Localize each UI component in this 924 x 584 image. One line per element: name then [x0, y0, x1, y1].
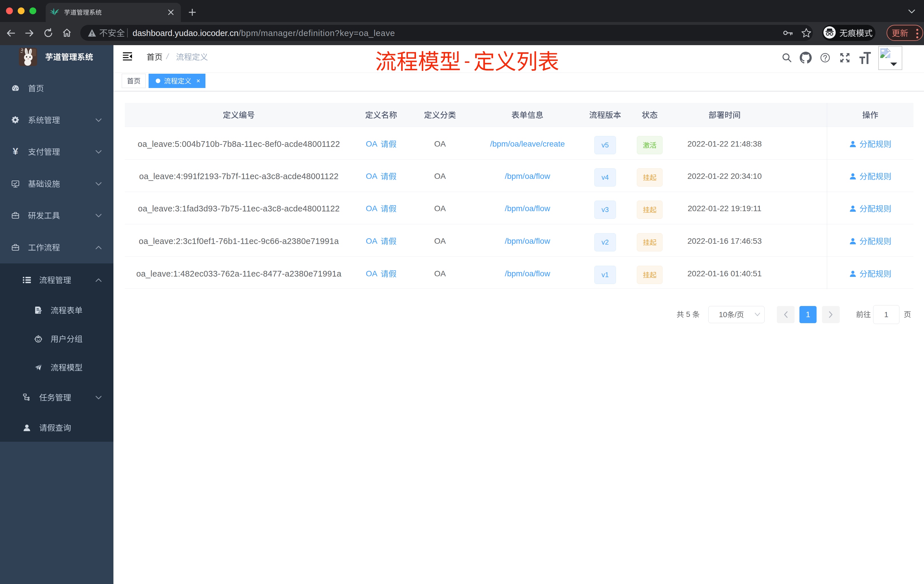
svg-text:¥: ¥: [13, 148, 18, 156]
